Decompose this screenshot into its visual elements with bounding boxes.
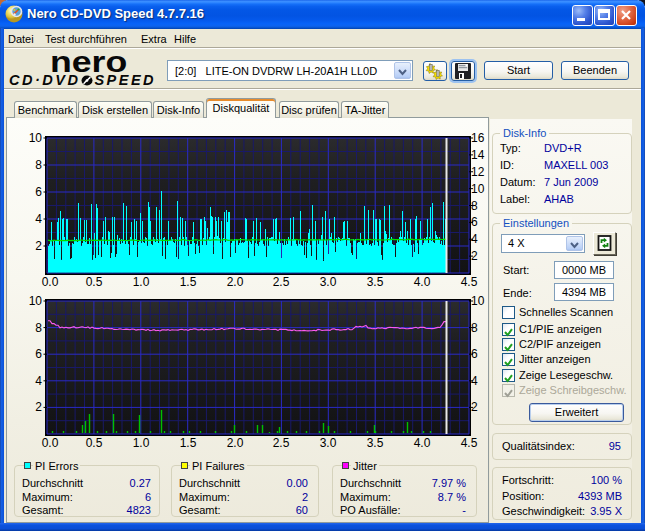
svg-text:4.0: 4.0 <box>414 436 431 450</box>
svg-text:6: 6 <box>35 185 42 199</box>
svg-text:0.5: 0.5 <box>86 436 103 450</box>
svg-text:2: 2 <box>35 239 42 253</box>
svg-text:3.5: 3.5 <box>367 436 384 450</box>
svg-text:12: 12 <box>471 165 485 179</box>
svg-text:2.5: 2.5 <box>273 436 290 450</box>
svg-text:10: 10 <box>29 294 43 308</box>
svg-text:14: 14 <box>471 148 485 162</box>
svg-text:4.5: 4.5 <box>461 275 478 289</box>
svg-text:2.5: 2.5 <box>273 275 290 289</box>
svg-text:1.5: 1.5 <box>180 436 197 450</box>
svg-text:8: 8 <box>35 321 42 335</box>
svg-text:2.0: 2.0 <box>227 436 244 450</box>
svg-text:2.0: 2.0 <box>227 275 244 289</box>
svg-text:6: 6 <box>35 347 42 361</box>
svg-text:16: 16 <box>471 131 485 145</box>
svg-text:3.5: 3.5 <box>367 275 384 289</box>
svg-text:4: 4 <box>35 212 42 226</box>
svg-text:4.0: 4.0 <box>414 275 431 289</box>
svg-text:8: 8 <box>35 158 42 172</box>
svg-text:2: 2 <box>35 400 42 414</box>
svg-text:0.5: 0.5 <box>86 275 103 289</box>
svg-text:1.0: 1.0 <box>133 275 150 289</box>
svg-text:1.5: 1.5 <box>180 275 197 289</box>
svg-text:10: 10 <box>29 131 43 145</box>
svg-text:4.5: 4.5 <box>461 436 478 450</box>
svg-text:3.0: 3.0 <box>320 436 337 450</box>
svg-text:0.0: 0.0 <box>42 275 59 289</box>
svg-text:3.0: 3.0 <box>320 275 337 289</box>
svg-text:0.0: 0.0 <box>42 436 59 450</box>
svg-text:10: 10 <box>471 294 485 308</box>
svg-text:4: 4 <box>35 374 42 388</box>
svg-text:1.0: 1.0 <box>133 436 150 450</box>
svg-text:10: 10 <box>471 182 485 196</box>
